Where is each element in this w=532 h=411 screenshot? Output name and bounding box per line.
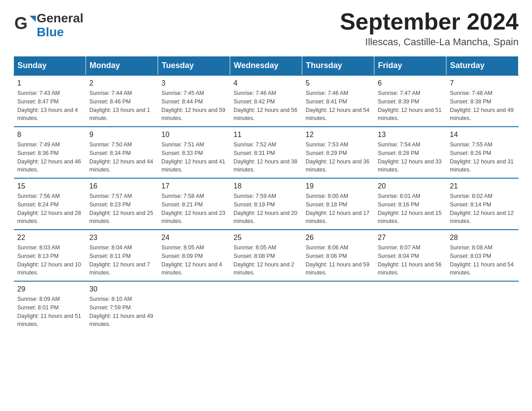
calendar-week-row: 8Sunrise: 7:49 AMSunset: 8:36 PMDaylight… xyxy=(14,127,519,178)
calendar-cell xyxy=(158,281,230,332)
calendar-cell: 20Sunrise: 8:01 AMSunset: 8:16 PMDayligh… xyxy=(374,178,446,230)
calendar-cell: 10Sunrise: 7:51 AMSunset: 8:33 PMDayligh… xyxy=(158,127,230,178)
day-number: 14 xyxy=(450,131,515,139)
calendar-cell: 4Sunrise: 7:46 AMSunset: 8:42 PMDaylight… xyxy=(230,75,302,127)
calendar-cell: 5Sunrise: 7:46 AMSunset: 8:41 PMDaylight… xyxy=(302,75,374,127)
day-info: Sunrise: 8:01 AMSunset: 8:16 PMDaylight:… xyxy=(378,192,443,226)
day-number: 5 xyxy=(306,79,371,87)
day-number: 10 xyxy=(162,131,227,139)
day-info: Sunrise: 7:43 AMSunset: 8:47 PMDaylight:… xyxy=(17,89,82,123)
calendar-cell: 21Sunrise: 8:02 AMSunset: 8:14 PMDayligh… xyxy=(446,178,519,230)
day-number: 11 xyxy=(234,131,299,139)
calendar-cell: 19Sunrise: 8:00 AMSunset: 8:18 PMDayligh… xyxy=(302,178,374,230)
calendar-cell: 14Sunrise: 7:55 AMSunset: 8:26 PMDayligh… xyxy=(446,127,519,178)
col-header-tuesday: Tuesday xyxy=(158,56,230,76)
col-header-wednesday: Wednesday xyxy=(230,56,302,76)
calendar-cell: 17Sunrise: 7:58 AMSunset: 8:21 PMDayligh… xyxy=(158,178,230,230)
day-number: 12 xyxy=(306,131,371,139)
col-header-friday: Friday xyxy=(374,56,446,76)
day-info: Sunrise: 8:04 AMSunset: 8:11 PMDaylight:… xyxy=(90,244,154,277)
calendar-cell: 15Sunrise: 7:56 AMSunset: 8:24 PMDayligh… xyxy=(14,178,86,230)
calendar-cell: 24Sunrise: 8:05 AMSunset: 8:09 PMDayligh… xyxy=(158,230,230,281)
day-info: Sunrise: 7:45 AMSunset: 8:44 PMDaylight:… xyxy=(162,89,227,123)
calendar-cell xyxy=(302,281,374,332)
calendar-cell xyxy=(374,281,446,332)
day-info: Sunrise: 7:46 AMSunset: 8:41 PMDaylight:… xyxy=(306,89,371,123)
day-number: 16 xyxy=(90,182,154,190)
day-number: 28 xyxy=(450,234,515,242)
day-number: 7 xyxy=(450,79,515,87)
calendar-cell: 25Sunrise: 8:05 AMSunset: 8:08 PMDayligh… xyxy=(230,230,302,281)
logo: G General Blue xyxy=(13,9,83,39)
day-number: 1 xyxy=(17,79,82,87)
col-header-saturday: Saturday xyxy=(446,56,519,76)
location-subtitle: Illescas, Castille-La Mancha, Spain xyxy=(340,36,519,48)
day-info: Sunrise: 7:55 AMSunset: 8:26 PMDaylight:… xyxy=(450,141,515,174)
title-block: September 2024 Illescas, Castille-La Man… xyxy=(340,9,519,48)
calendar-cell: 27Sunrise: 8:07 AMSunset: 8:04 PMDayligh… xyxy=(374,230,446,281)
day-number: 8 xyxy=(17,131,82,139)
day-info: Sunrise: 8:09 AMSunset: 8:01 PMDaylight:… xyxy=(17,295,82,329)
day-info: Sunrise: 7:44 AMSunset: 8:46 PMDaylight:… xyxy=(90,89,154,123)
day-number: 25 xyxy=(234,234,299,242)
calendar-cell: 23Sunrise: 8:04 AMSunset: 8:11 PMDayligh… xyxy=(86,230,158,281)
day-info: Sunrise: 8:05 AMSunset: 8:09 PMDaylight:… xyxy=(162,244,227,277)
calendar-cell: 9Sunrise: 7:50 AMSunset: 8:34 PMDaylight… xyxy=(86,127,158,178)
calendar-week-row: 22Sunrise: 8:03 AMSunset: 8:13 PMDayligh… xyxy=(14,230,519,281)
calendar-cell: 16Sunrise: 7:57 AMSunset: 8:23 PMDayligh… xyxy=(86,178,158,230)
day-info: Sunrise: 7:46 AMSunset: 8:42 PMDaylight:… xyxy=(234,89,299,123)
day-info: Sunrise: 8:07 AMSunset: 8:04 PMDaylight:… xyxy=(378,244,443,277)
calendar-cell xyxy=(230,281,302,332)
day-number: 22 xyxy=(17,234,82,242)
calendar-cell: 7Sunrise: 7:48 AMSunset: 8:38 PMDaylight… xyxy=(446,75,519,127)
day-number: 20 xyxy=(378,182,443,190)
logo-icon: G xyxy=(13,12,37,35)
calendar-cell: 11Sunrise: 7:52 AMSunset: 8:31 PMDayligh… xyxy=(230,127,302,178)
day-number: 18 xyxy=(234,182,299,190)
calendar-header-row: SundayMondayTuesdayWednesdayThursdayFrid… xyxy=(14,56,519,76)
calendar-cell: 13Sunrise: 7:54 AMSunset: 8:28 PMDayligh… xyxy=(374,127,446,178)
calendar-cell: 2Sunrise: 7:44 AMSunset: 8:46 PMDaylight… xyxy=(86,75,158,127)
calendar-cell: 8Sunrise: 7:49 AMSunset: 8:36 PMDaylight… xyxy=(14,127,86,178)
day-info: Sunrise: 8:06 AMSunset: 8:06 PMDaylight:… xyxy=(306,244,371,277)
calendar-cell: 28Sunrise: 8:08 AMSunset: 8:03 PMDayligh… xyxy=(446,230,519,281)
day-number: 24 xyxy=(162,234,227,242)
page-header: G General Blue September 2024 Illescas, … xyxy=(13,9,519,48)
day-info: Sunrise: 7:54 AMSunset: 8:28 PMDaylight:… xyxy=(378,141,443,174)
calendar-cell: 1Sunrise: 7:43 AMSunset: 8:47 PMDaylight… xyxy=(14,75,86,127)
day-info: Sunrise: 8:05 AMSunset: 8:08 PMDaylight:… xyxy=(234,244,299,277)
day-number: 9 xyxy=(90,131,154,139)
calendar-cell: 6Sunrise: 7:47 AMSunset: 8:39 PMDaylight… xyxy=(374,75,446,127)
calendar-cell: 18Sunrise: 7:59 AMSunset: 8:19 PMDayligh… xyxy=(230,178,302,230)
day-number: 4 xyxy=(234,79,299,87)
day-number: 26 xyxy=(306,234,371,242)
month-year-title: September 2024 xyxy=(340,9,519,34)
day-info: Sunrise: 8:08 AMSunset: 8:03 PMDaylight:… xyxy=(450,244,515,277)
day-info: Sunrise: 7:52 AMSunset: 8:31 PMDaylight:… xyxy=(234,141,299,174)
day-info: Sunrise: 8:00 AMSunset: 8:18 PMDaylight:… xyxy=(306,192,371,226)
day-number: 27 xyxy=(378,234,443,242)
calendar-cell xyxy=(446,281,519,332)
calendar-cell: 22Sunrise: 8:03 AMSunset: 8:13 PMDayligh… xyxy=(14,230,86,281)
day-info: Sunrise: 7:53 AMSunset: 8:29 PMDaylight:… xyxy=(306,141,371,174)
svg-text:G: G xyxy=(14,14,28,33)
col-header-monday: Monday xyxy=(86,56,158,76)
day-info: Sunrise: 7:56 AMSunset: 8:24 PMDaylight:… xyxy=(17,192,82,226)
day-info: Sunrise: 7:47 AMSunset: 8:39 PMDaylight:… xyxy=(378,89,443,123)
calendar-cell: 26Sunrise: 8:06 AMSunset: 8:06 PMDayligh… xyxy=(302,230,374,281)
day-info: Sunrise: 7:59 AMSunset: 8:19 PMDaylight:… xyxy=(234,192,299,226)
col-header-sunday: Sunday xyxy=(14,56,86,76)
day-number: 29 xyxy=(17,285,82,293)
logo-blue: Blue xyxy=(37,26,83,39)
day-number: 2 xyxy=(90,79,154,87)
calendar-week-row: 1Sunrise: 7:43 AMSunset: 8:47 PMDaylight… xyxy=(14,75,519,127)
calendar-cell: 3Sunrise: 7:45 AMSunset: 8:44 PMDaylight… xyxy=(158,75,230,127)
day-info: Sunrise: 8:10 AMSunset: 7:59 PMDaylight:… xyxy=(90,295,154,329)
calendar-week-row: 29Sunrise: 8:09 AMSunset: 8:01 PMDayligh… xyxy=(14,281,519,332)
day-info: Sunrise: 7:57 AMSunset: 8:23 PMDaylight:… xyxy=(90,192,154,226)
calendar-cell: 29Sunrise: 8:09 AMSunset: 8:01 PMDayligh… xyxy=(14,281,86,332)
col-header-thursday: Thursday xyxy=(302,56,374,76)
day-info: Sunrise: 8:03 AMSunset: 8:13 PMDaylight:… xyxy=(17,244,82,277)
calendar-cell: 30Sunrise: 8:10 AMSunset: 7:59 PMDayligh… xyxy=(86,281,158,332)
day-info: Sunrise: 7:50 AMSunset: 8:34 PMDaylight:… xyxy=(90,141,154,174)
